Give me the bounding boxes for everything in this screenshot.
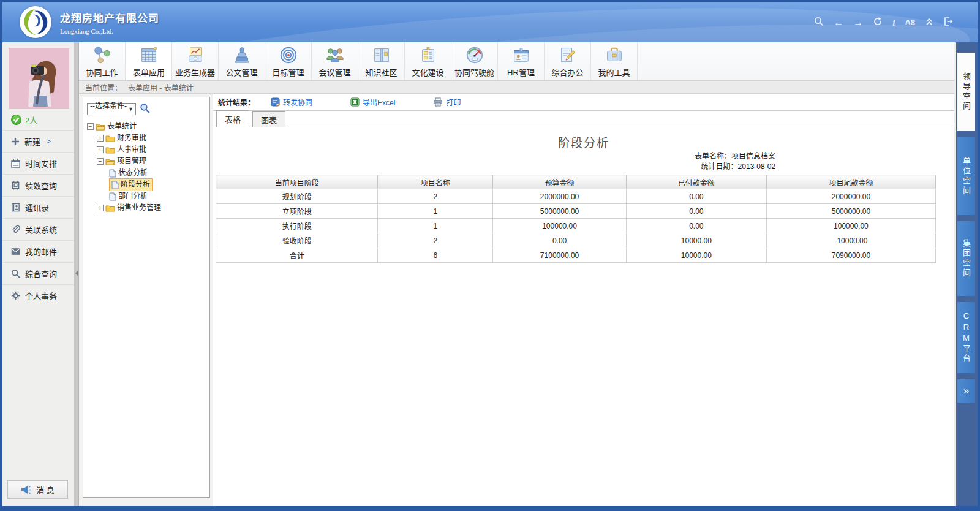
forward-collab-link[interactable]: 转发协同 bbox=[271, 97, 312, 107]
expand-expander-icon[interactable]: + bbox=[97, 205, 104, 211]
tab-group-space[interactable]: 集团空间 bbox=[957, 221, 975, 296]
sidebar-collapse-divider[interactable] bbox=[75, 42, 79, 506]
toolbar-item-cockpit[interactable]: 协同驾驶舱 bbox=[451, 42, 498, 80]
tab-leader-space[interactable]: 领导空间 bbox=[957, 53, 975, 131]
sidebar-item-personal[interactable]: 个人事务 bbox=[2, 284, 74, 306]
tab-chart[interactable]: 图表 bbox=[252, 111, 285, 127]
toolbar-item-knowledge[interactable]: 知识社区 bbox=[358, 42, 405, 80]
sidebar-item-linked-systems[interactable]: 关联系统 bbox=[2, 218, 74, 240]
message-button[interactable]: 消 息 bbox=[7, 480, 68, 499]
logout-icon[interactable] bbox=[943, 17, 953, 28]
cell-count-link[interactable]: 1 bbox=[378, 204, 493, 219]
cell-total-count: 6 bbox=[378, 248, 493, 263]
online-count: 2人 bbox=[25, 114, 37, 126]
company-name-en: Longxiang Co.,Ltd. bbox=[60, 28, 159, 35]
online-status: 2人 bbox=[2, 109, 74, 130]
toolbar-item-label: HR管理 bbox=[507, 66, 535, 78]
cell-count-link[interactable]: 2 bbox=[378, 189, 493, 204]
sidebar-item-new[interactable]: 新建 > bbox=[2, 130, 74, 152]
tree-node-sales-mgmt[interactable]: + 销售业务管理 bbox=[97, 202, 206, 214]
cell-budget-link[interactable]: 5000000.00 bbox=[493, 204, 626, 219]
print-link[interactable]: 打印 bbox=[433, 97, 461, 107]
toolbar-item-culture[interactable]: 文化建设 bbox=[405, 42, 451, 80]
plus-icon bbox=[11, 137, 20, 146]
toolbar-item-my-tools[interactable]: 我的工具 bbox=[591, 42, 638, 80]
search-icon[interactable] bbox=[814, 17, 824, 28]
tree-search-icon[interactable] bbox=[140, 103, 150, 115]
tree-node-stage-analysis[interactable]: 阶段分析 bbox=[109, 179, 206, 191]
cell-paid-link[interactable]: 0.00 bbox=[626, 204, 766, 219]
form-table-icon bbox=[139, 45, 159, 65]
toolbar-item-collaboration[interactable]: 协同工作 bbox=[79, 42, 126, 80]
expand-expander-icon[interactable]: + bbox=[97, 135, 104, 142]
cell-balance-link[interactable]: 2000000.00 bbox=[766, 189, 935, 204]
report-title: 阶段分析 bbox=[213, 134, 954, 150]
sidebar-item-mail[interactable]: 我的邮件 bbox=[2, 240, 74, 262]
tree-node-label: 状态分析 bbox=[118, 167, 148, 179]
sidebar-item-search[interactable]: 综合查询 bbox=[2, 262, 74, 284]
view-tabs: 表格 图表 bbox=[213, 111, 954, 127]
cell-budget-link[interactable]: 0.00 bbox=[493, 233, 626, 248]
sidebar-item-label: 绩效查询 bbox=[25, 180, 57, 191]
info-icon[interactable]: i bbox=[892, 18, 895, 28]
tab-unit-space[interactable]: 单位空间 bbox=[957, 137, 975, 215]
export-excel-link[interactable]: 导出Excel bbox=[350, 97, 395, 107]
forward-icon[interactable]: → bbox=[853, 18, 863, 28]
user-avatar[interactable] bbox=[9, 48, 69, 109]
tree-node-root[interactable]: − 表单统计 bbox=[87, 121, 206, 132]
table-row: 规划阶段 2 2000000.00 0.00 2000000.00 bbox=[216, 189, 936, 204]
cell-paid-link[interactable]: 10000.00 bbox=[626, 233, 766, 248]
toolbar-item-hr[interactable]: HR管理 bbox=[498, 42, 545, 80]
cell-paid-link[interactable]: 0.00 bbox=[626, 189, 766, 204]
sidebar-item-performance[interactable]: 绩效查询 bbox=[2, 174, 74, 196]
col-header-paid: 已付款金额 bbox=[626, 175, 766, 189]
stats-action-bar: 统计结果： 转发协同 导出Excel 打印 bbox=[213, 94, 954, 111]
tree-node-hr-approval[interactable]: + 人事审批 bbox=[97, 144, 206, 156]
cell-budget-link[interactable]: 100000.00 bbox=[493, 219, 626, 233]
people-icon bbox=[325, 45, 345, 65]
cell-balance-link[interactable]: 100000.00 bbox=[766, 219, 935, 233]
collapse-up-icon[interactable] bbox=[925, 17, 933, 28]
message-label: 消 息 bbox=[36, 484, 55, 496]
toolbar-item-business-generator[interactable]: 业务生成器 bbox=[172, 42, 219, 80]
tree-node-dept-analysis[interactable]: 部门分析 bbox=[109, 191, 206, 202]
tab-crm-platform[interactable]: CRM平台 bbox=[957, 302, 975, 373]
toolbar-item-office[interactable]: 综合办公 bbox=[545, 42, 591, 80]
expand-right-icon[interactable]: » bbox=[957, 379, 975, 403]
toolbar-item-meetings[interactable]: 会议管理 bbox=[312, 42, 358, 80]
sidebar-menu: 新建 > 时间安排 绩效查询 通讯录 关联系统 bbox=[2, 130, 74, 475]
cell-balance-link[interactable]: 5000000.00 bbox=[766, 204, 935, 219]
workspace: 协同工作 表单应用 业务生成器 公文管理 目标管理 bbox=[79, 42, 954, 506]
cell-stage: 规划阶段 bbox=[216, 189, 378, 204]
cell-count-link[interactable]: 1 bbox=[378, 219, 493, 233]
tab-table[interactable]: 表格 bbox=[216, 110, 249, 127]
printer-icon bbox=[433, 97, 443, 107]
back-icon[interactable]: ← bbox=[834, 18, 843, 28]
tree-node-label: 财务审批 bbox=[117, 132, 146, 144]
cell-paid-link[interactable]: 0.00 bbox=[626, 219, 766, 233]
cell-balance-link[interactable]: -10000.00 bbox=[766, 233, 935, 248]
toolbar-item-label: 文化建设 bbox=[412, 66, 443, 78]
tree-node-project-mgmt[interactable]: − 项目管理 bbox=[97, 156, 206, 167]
tree-node-status-analysis[interactable]: 状态分析 bbox=[109, 167, 206, 179]
sidebar-item-schedule[interactable]: 时间安排 bbox=[2, 152, 74, 174]
sidebar-item-contacts[interactable]: 通讯录 bbox=[2, 196, 74, 218]
collapse-expander-icon[interactable]: − bbox=[87, 123, 94, 130]
toolbar-item-forms[interactable]: 表单应用 bbox=[126, 42, 172, 80]
condition-select[interactable]: --选择条件-- ▼ bbox=[87, 103, 136, 115]
cell-budget-link[interactable]: 2000000.00 bbox=[493, 189, 626, 204]
toolbar-item-label: 知识社区 bbox=[365, 66, 397, 78]
a8-label[interactable]: A8 bbox=[905, 18, 915, 28]
expand-expander-icon[interactable]: + bbox=[97, 146, 104, 153]
toolbar-item-documents[interactable]: 公文管理 bbox=[219, 42, 265, 80]
tree-node-finance[interactable]: + 财务审批 bbox=[97, 132, 206, 144]
open-folder-icon bbox=[96, 123, 105, 131]
toolbar-item-goals[interactable]: 目标管理 bbox=[265, 42, 312, 80]
module-toolbar: 协同工作 表单应用 业务生成器 公文管理 目标管理 bbox=[79, 42, 954, 81]
report-main: 统计结果： 转发协同 导出Excel 打印 bbox=[213, 94, 954, 506]
document-icon bbox=[109, 192, 116, 201]
collapse-expander-icon[interactable]: − bbox=[97, 158, 104, 165]
folder-icon bbox=[105, 146, 115, 154]
cell-count-link[interactable]: 2 bbox=[378, 233, 493, 248]
refresh-icon[interactable] bbox=[873, 17, 883, 28]
